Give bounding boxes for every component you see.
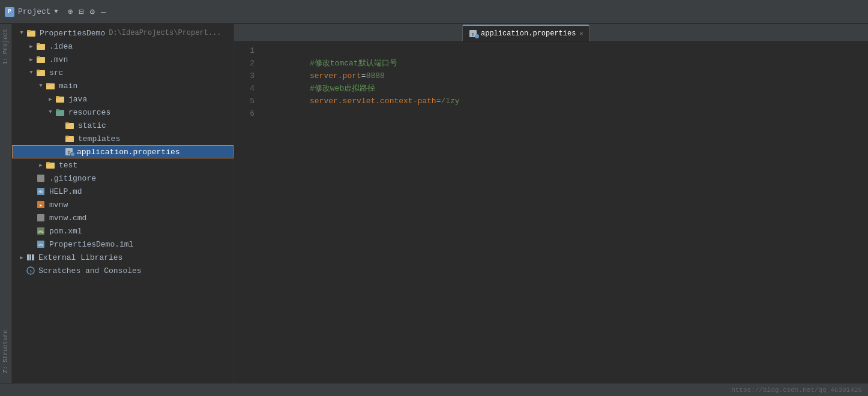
line-num-1: 1 [250, 44, 255, 57]
tab-label: application.properties [481, 29, 576, 38]
tree-item-iml[interactable]: IML PropertiesDemo.iml [12, 238, 234, 251]
folder-icon-propertiesDemo [26, 29, 36, 37]
label-pomxml: pom.xml [49, 227, 82, 236]
project-dropdown-arrow[interactable]: ▼ [55, 8, 58, 15]
folder-icon-src [36, 68, 46, 77]
arrow-src [26, 68, 36, 77]
arrow-main [36, 81, 46, 91]
line-numbers: 1 2 3 4 5 6 [234, 44, 258, 380]
file-icon-mvnw: ▶ [36, 200, 46, 209]
folder-icon-mvn [36, 55, 46, 64]
structure-label[interactable]: Z: Structure [1, 328, 10, 376]
gear-badge [70, 152, 75, 157]
tree-item-mvn[interactable]: .mvn [12, 53, 234, 66]
tree-item-idea[interactable]: .idea [12, 40, 234, 53]
tree-item-src[interactable]: src [12, 66, 234, 79]
project-icon: P [5, 7, 14, 17]
tab-close-button[interactable]: ✕ [579, 30, 583, 37]
line-num-5: 5 [250, 95, 255, 107]
tab-application-properties[interactable]: p application.properties ✕ [462, 25, 589, 41]
project-panel: PropertiesDemo D:\IdeaProjects\Propert..… [12, 24, 234, 383]
label-idea: .idea [49, 42, 73, 51]
path-propertiesDemo: D:\IdeaProjects\Propert... [109, 29, 221, 37]
tree-item-helpmd[interactable]: MD HELP.md [12, 185, 234, 198]
code-editor: 1 2 3 4 5 6 #修改tomcat默认端口号 server.port=8… [234, 42, 868, 383]
folder-icon-static [65, 121, 74, 130]
structure-strip-label[interactable]: Z: Structure [1, 328, 10, 378]
label-mvn: .mvn [49, 55, 68, 64]
svg-rect-5 [37, 56, 40, 58]
main-layout: 1: Project Z: Structure PropertiesDemo D… [0, 24, 868, 383]
svg-rect-17 [65, 136, 69, 137]
label-src: src [49, 68, 63, 77]
label-gitignore: .gitignore [49, 174, 96, 183]
svg-rect-34 [32, 254, 34, 260]
arrow-java [46, 94, 55, 104]
tree-item-scratches[interactable]: s Scratches and Consoles [12, 264, 234, 277]
compass-icon[interactable]: ⊕ [68, 7, 73, 17]
title-bar-left: P Project ▼ [5, 7, 58, 17]
tree-item-mvnw[interactable]: ▶ mvnw [12, 198, 234, 211]
file-tree: PropertiesDemo D:\IdeaProjects\Propert..… [12, 24, 234, 383]
line-num-3: 3 [250, 70, 255, 82]
code-line-1: #修改tomcat默认端口号 [263, 44, 863, 57]
comment-3: #修改web虚拟路径 [310, 84, 375, 93]
properties-file-icon: p [65, 148, 73, 156]
tree-item-resources[interactable]: resources [12, 106, 234, 119]
tree-item-test[interactable]: test [12, 158, 234, 172]
arrow-propertiesDemo [17, 28, 26, 38]
label-external-libraries: External Libraries [38, 253, 122, 262]
code-line-6 [263, 107, 863, 120]
svg-rect-13 [56, 109, 59, 111]
svg-rect-21 [46, 162, 50, 164]
minimize-icon[interactable]: — [101, 7, 106, 17]
svg-rect-33 [29, 254, 31, 260]
settings-icon[interactable]: ⚙ [90, 7, 95, 17]
file-icon-helpmd: MD [36, 187, 46, 196]
key-4: server.servlet.context-path [310, 97, 436, 106]
tree-item-propertiesDemo[interactable]: PropertiesDemo D:\IdeaProjects\Propert..… [12, 26, 234, 40]
label-main: main [59, 82, 77, 91]
label-mvnwcmd: mvnw.cmd [49, 214, 86, 223]
project-label: Project [18, 7, 51, 16]
arrow-idea [26, 41, 36, 51]
tree-item-main[interactable]: main [12, 79, 234, 92]
layout-icon[interactable]: ⊟ [79, 7, 83, 17]
svg-rect-27 [37, 214, 44, 221]
label-templates: templates [78, 134, 120, 143]
tree-item-pomxml[interactable]: XML pom.xml [12, 224, 234, 238]
folder-icon-main [46, 82, 55, 90]
title-bar: P Project ▼ ⊕ ⊟ ⚙ — [0, 0, 868, 24]
svg-text:s: s [29, 269, 32, 274]
scratches-icon: s [26, 266, 35, 275]
svg-text:p: p [472, 32, 474, 37]
arrow-external-libraries [17, 253, 26, 262]
folder-icon-test [46, 161, 55, 169]
label-java: java [68, 95, 87, 104]
tab-gear-badge [475, 34, 479, 38]
tab-bar: p application.properties ✕ [234, 24, 868, 42]
tree-item-external-libraries[interactable]: External Libraries [12, 251, 234, 264]
label-application-properties: application.properties [77, 148, 180, 157]
line-num-2: 2 [250, 57, 255, 70]
title-bar-icons: ⊕ ⊟ ⚙ — [68, 7, 106, 17]
file-icon-pomxml: XML [36, 227, 46, 235]
project-strip-label[interactable]: 1: Project [1, 26, 10, 67]
editor-area: p application.properties ✕ 1 2 3 4 5 6 #… [234, 24, 868, 383]
status-url: https://blog.csdn.net/qq_46301426 [731, 386, 862, 394]
folder-icon-java [55, 95, 65, 103]
tree-item-application-properties[interactable]: p application.properties [12, 145, 234, 158]
svg-text:IML: IML [38, 243, 43, 247]
status-bar: https://blog.csdn.net/qq_46301426 [0, 383, 868, 396]
code-content[interactable]: #修改tomcat默认端口号 server.port=8888 #修改web虚拟… [258, 44, 868, 380]
tree-item-static[interactable]: static [12, 119, 234, 132]
label-iml: PropertiesDemo.iml [49, 240, 133, 249]
tree-item-java[interactable]: java [12, 92, 234, 106]
label-static: static [78, 121, 106, 130]
line-num-6: 6 [250, 107, 255, 120]
tree-item-mvnwcmd[interactable]: mvnw.cmd [12, 211, 234, 224]
label-propertiesDemo: PropertiesDemo [40, 29, 105, 38]
file-icon-gitignore [36, 174, 46, 182]
tree-item-gitignore[interactable]: .gitignore [12, 172, 234, 185]
tree-item-templates[interactable]: templates [12, 132, 234, 145]
